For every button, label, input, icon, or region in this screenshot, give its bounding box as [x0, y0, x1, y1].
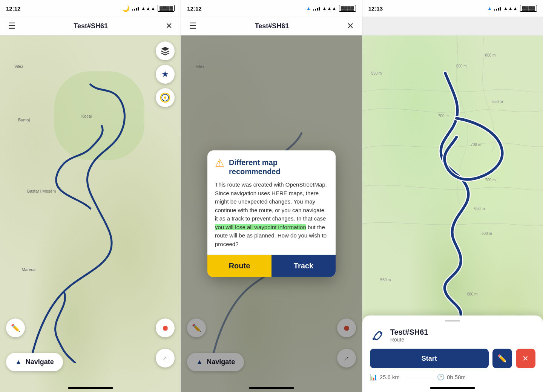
- signal-bar: [496, 9, 497, 11]
- layers-button-1[interactable]: [156, 41, 175, 60]
- panel-time: 0h 58m: [447, 374, 466, 380]
- signal-bar: [315, 9, 316, 11]
- panel-subtitle: Route: [390, 337, 428, 343]
- signal-bars-3: [494, 6, 501, 11]
- time-icon: 🕐: [437, 374, 445, 381]
- stat-separator: —————: [404, 374, 433, 380]
- edit-button-3[interactable]: ✏️: [492, 349, 512, 368]
- route-icon: [371, 328, 384, 342]
- nav-direction-button-1[interactable]: ↑: [156, 349, 175, 368]
- signal-bar: [132, 9, 133, 11]
- contour-600-1: 600 m: [456, 64, 467, 68]
- svg-point-2: [164, 96, 166, 99]
- bottom-panel: Test#SH61 Route Start ✏️ ✕ 📊 25.6 km ———…: [362, 315, 543, 392]
- map-recommendation-dialog: ⚠ Different map recommended This route w…: [207, 150, 336, 277]
- contour-550-2: 550 m: [380, 278, 391, 282]
- panel-stat-distance: 📊 25.6 km: [370, 374, 400, 381]
- map-label-kocaj-1: Kocaj: [81, 114, 92, 118]
- status-icons-2: ▲ ▲▲▲ ▓▓▓▓: [306, 5, 356, 12]
- forest-area-1: [54, 71, 145, 161]
- wifi-icon: ▲▲▲: [141, 6, 156, 11]
- nav-title-1: Test#SH61: [74, 22, 108, 30]
- contour-700-3: 700 m: [485, 178, 496, 182]
- wifi-icon-3: ▲▲▲: [503, 6, 518, 11]
- route-button[interactable]: Route: [207, 255, 272, 277]
- contour-680: 680 m: [467, 292, 478, 296]
- contour-700-1: 700 m: [438, 114, 449, 118]
- svg-point-3: [373, 338, 375, 340]
- panel-title-group: Test#SH61 Route: [390, 328, 428, 343]
- dialog-text-before: This route was created with OpenStreetMa…: [215, 181, 327, 222]
- status-bar-3: 12:13 ▲ ▲▲▲ ▓▓▓▓: [362, 0, 543, 17]
- contour-600-2: 600 m: [482, 231, 492, 236]
- panel-stats: 📊 25.6 km ————— 🕐 0h 58m: [370, 374, 535, 381]
- warning-icon: ⚠: [215, 158, 224, 168]
- nav-bar-2: ☰ Test#SH61 ✕: [181, 17, 362, 35]
- contour-650-1: 650 m: [492, 100, 503, 104]
- close-button-2[interactable]: ✕: [345, 20, 355, 32]
- screen-2: 12:12 ▲ ▲▲▲ ▓▓▓▓ ☰ Test#SH61 ✕ Vilëz ⚠: [181, 0, 362, 392]
- signal-bar: [136, 8, 137, 11]
- map-label-bumaj-1: Bumaj: [18, 118, 30, 122]
- close-button-3[interactable]: ✕: [516, 349, 535, 368]
- battery-icon-2: ▓▓▓▓: [339, 5, 356, 12]
- svg-point-4: [380, 332, 382, 334]
- screen-1: 12:12 🌙 ▲▲▲ ▓▓▓▓ ☰ Test#SH61 ✕ Vilëz Bum…: [0, 0, 181, 392]
- status-time-3: 12:13: [368, 5, 383, 12]
- battery-icon: ▓▓▓▓: [158, 5, 175, 12]
- star-button-1[interactable]: ★: [156, 65, 175, 84]
- close-icon-3: ✕: [522, 354, 529, 363]
- map-label-mareca-1: Mareca: [22, 267, 36, 272]
- panel-title: Test#SH61: [390, 328, 428, 337]
- dialog-overlay: ⚠ Different map recommended This route w…: [181, 35, 362, 392]
- signal-bar: [313, 9, 314, 11]
- status-icons-3: ▲ ▲▲▲ ▓▓▓▓: [487, 5, 537, 12]
- map-label-vilez-1: Vilëz: [14, 64, 23, 69]
- signal-bar: [494, 9, 495, 11]
- contour-800: 800 m: [485, 53, 496, 57]
- panel-handle: [445, 320, 460, 322]
- status-bar-1: 12:12 🌙 ▲▲▲ ▓▓▓▓: [0, 0, 181, 17]
- navigate-button-1[interactable]: ▲ Navigate: [6, 353, 63, 371]
- home-indicator-1: [68, 387, 113, 389]
- signal-bar: [500, 7, 501, 11]
- edit-button-1[interactable]: ✏️: [6, 318, 25, 337]
- menu-button-2[interactable]: ☰: [188, 20, 198, 32]
- status-time-1: 12:12: [6, 5, 20, 12]
- home-indicator-2: [249, 387, 294, 389]
- moon-icon: 🌙: [122, 5, 130, 12]
- menu-button-1[interactable]: ☰: [7, 20, 17, 32]
- battery-icon-3: ▓▓▓▓: [520, 5, 537, 12]
- status-time-2: 12:12: [187, 5, 201, 12]
- contour-700-2: 700 m: [471, 142, 481, 147]
- dialog-highlighted-text: you will lose all waypoint information: [215, 224, 306, 230]
- navigate-label-1: Navigate: [26, 358, 54, 366]
- dialog-header: ⚠ Different map recommended: [207, 150, 336, 181]
- signal-bars-1: [132, 6, 139, 11]
- compass-button-1[interactable]: [156, 88, 175, 107]
- panel-actions: Start ✏️ ✕: [370, 349, 535, 368]
- nav-title-2: Test#SH61: [255, 22, 289, 30]
- close-button-1[interactable]: ✕: [164, 20, 174, 32]
- status-icons-1: 🌙 ▲▲▲ ▓▓▓▓: [122, 5, 175, 12]
- route-icon-container: [370, 328, 385, 343]
- contour-650-2: 650 m: [474, 207, 485, 211]
- wifi-icon-2: ▲▲▲: [322, 6, 337, 11]
- status-bar-2: 12:12 ▲ ▲▲▲ ▓▓▓▓: [181, 0, 362, 17]
- panel-header: Test#SH61 Route: [370, 328, 535, 343]
- home-indicator-3: [430, 387, 475, 389]
- dialog-title: Different map recommended: [229, 158, 328, 176]
- navigate-icon-1: ▲: [15, 358, 22, 366]
- start-button[interactable]: Start: [370, 349, 489, 368]
- signal-bar: [317, 8, 318, 11]
- contour-550-1: 550 m: [371, 71, 382, 75]
- track-button[interactable]: Track: [272, 255, 336, 277]
- dialog-actions: Route Track: [207, 254, 336, 277]
- gps-icon-2: ▲: [306, 6, 311, 11]
- signal-bar: [498, 8, 499, 11]
- signal-bar: [138, 7, 139, 11]
- record-button-1[interactable]: ⏺: [156, 318, 175, 337]
- signal-bar: [319, 7, 320, 11]
- gps-icon-3: ▲: [487, 6, 492, 11]
- screen-3: 12:13 ▲ ▲▲▲ ▓▓▓▓ 550 m 600 m 650 m 800 m…: [362, 0, 543, 392]
